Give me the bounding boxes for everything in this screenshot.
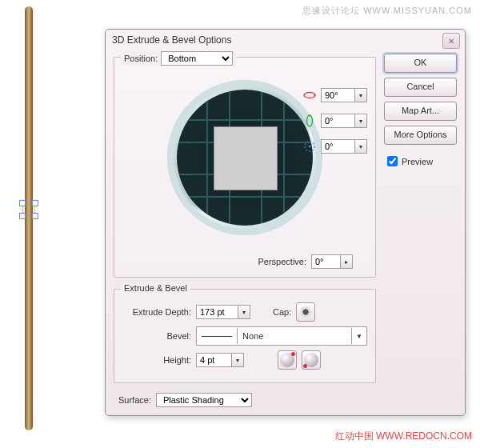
more-options-button[interactable]: More Options xyxy=(384,126,457,145)
bevel-extent-out-button[interactable] xyxy=(302,350,321,370)
position-group: Position: Bottom xyxy=(114,57,376,278)
extrude-depth-label: Extrude Depth: xyxy=(122,307,191,317)
cap-label: Cap: xyxy=(273,307,291,317)
dialog-title: 3D Extrude & Bevel Options xyxy=(112,34,231,46)
sphere-in-icon xyxy=(280,353,294,367)
map-art-button[interactable]: Map Art... xyxy=(384,102,457,121)
bevel-value: None xyxy=(238,331,351,341)
bevel-extent-in-button[interactable] xyxy=(278,350,297,370)
rotate-y-stepper[interactable]: ▾ xyxy=(354,114,367,128)
ok-button[interactable]: OK xyxy=(384,54,457,73)
perspective-label: Perspective: xyxy=(258,257,306,266)
preview-checkbox[interactable] xyxy=(387,156,398,166)
cap-off-button[interactable] xyxy=(296,302,315,322)
perspective-stepper[interactable]: ▸ xyxy=(340,254,353,269)
rotate-z-icon xyxy=(303,140,316,153)
bevel-height-input[interactable] xyxy=(196,353,231,367)
chevron-down-icon: ▼ xyxy=(351,328,366,344)
rotate-z-input[interactable] xyxy=(321,139,354,154)
surface-label: Surface: xyxy=(118,395,151,405)
bevel-height-stepper[interactable]: ▾ xyxy=(231,353,244,367)
watermark-bottom: 红动中国 WWW.REDOCN.COM xyxy=(335,430,472,443)
rotate-y-icon xyxy=(303,114,316,127)
extrude-bevel-group: Extrude & Bevel Extrude Depth: ▾ Cap: Be… xyxy=(114,289,376,383)
rotate-z-stepper[interactable]: ▾ xyxy=(354,139,367,154)
extrude-depth-stepper[interactable]: ▾ xyxy=(238,305,250,319)
preview-label: Preview xyxy=(402,157,433,166)
cancel-button[interactable]: Cancel xyxy=(384,78,457,97)
close-button[interactable]: ✕ xyxy=(442,33,460,49)
position-select[interactable]: Bottom xyxy=(161,51,233,66)
dialog-3d-extrude-bevel: 3D Extrude & Bevel Options ✕ Position: B… xyxy=(105,29,466,416)
height-label: Height: xyxy=(122,355,191,365)
selection-handles[interactable] xyxy=(19,200,38,219)
bevel-label: Bevel: xyxy=(122,331,191,341)
watermark-top: 思缘设计论坛 WWW.MISSYUAN.COM xyxy=(302,5,472,17)
extrude-depth-input[interactable] xyxy=(196,305,238,319)
svg-point-1 xyxy=(307,115,313,126)
svg-point-0 xyxy=(304,93,315,98)
rotate-x-stepper[interactable]: ▾ xyxy=(354,88,367,102)
rotate-x-input[interactable] xyxy=(321,88,354,102)
svg-point-3 xyxy=(309,146,311,148)
sphere-out-icon xyxy=(304,353,318,367)
rotate-x-icon xyxy=(303,89,316,102)
canvas: 思缘设计论坛 WWW.MISSYUAN.COM 红动中国 WWW.REDOCN.… xyxy=(0,0,480,448)
extrude-legend: Extrude & Bevel xyxy=(124,283,187,293)
position-label: Position: xyxy=(124,54,158,63)
titlebar[interactable]: 3D Extrude & Bevel Options ✕ xyxy=(106,30,465,50)
bevel-thumb xyxy=(197,328,238,344)
surface-select[interactable]: Plastic Shading xyxy=(156,393,252,407)
cap-off-icon xyxy=(300,306,311,318)
close-icon: ✕ xyxy=(448,37,454,46)
cube-face[interactable] xyxy=(214,126,278,190)
preview-checkbox-row[interactable]: Preview xyxy=(384,156,457,166)
perspective-input[interactable] xyxy=(311,254,340,269)
bevel-select[interactable]: None ▼ xyxy=(196,326,367,346)
rotate-y-input[interactable] xyxy=(321,114,354,128)
